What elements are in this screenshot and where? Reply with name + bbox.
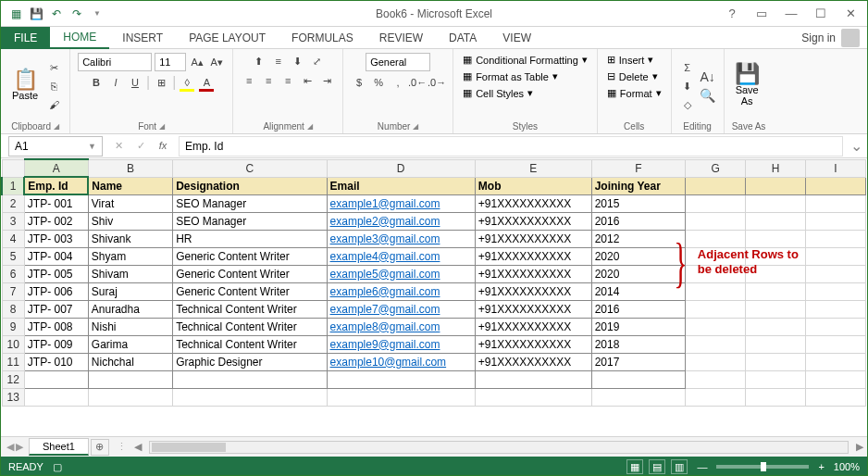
horizontal-scrollbar[interactable] xyxy=(149,441,849,454)
cell[interactable] xyxy=(806,212,866,230)
orientation-icon[interactable]: ⤢ xyxy=(309,53,326,69)
customize-qat-icon[interactable]: ▼ xyxy=(90,6,105,21)
cell-E7[interactable]: +91XXXXXXXXXX xyxy=(475,282,591,300)
row-header-11[interactable]: 11 xyxy=(2,353,24,370)
cell-F2[interactable]: 2015 xyxy=(591,194,685,212)
increase-indent-icon[interactable]: ⇥ xyxy=(318,72,335,89)
cell[interactable] xyxy=(746,194,806,212)
tab-insert[interactable]: INSERT xyxy=(109,27,176,49)
email-link[interactable]: example1@gmail.com xyxy=(330,197,440,210)
cell-B1[interactable]: Name xyxy=(88,177,172,194)
row-header-8[interactable]: 8 xyxy=(2,300,24,318)
cell[interactable] xyxy=(746,212,806,230)
fill-icon[interactable]: ⬇ xyxy=(679,78,696,94)
cell[interactable] xyxy=(806,230,866,247)
cell-C2[interactable]: SEO Manager xyxy=(173,194,327,212)
row-header-13[interactable]: 13 xyxy=(2,388,24,406)
cell-D7[interactable]: example6@gmail.com xyxy=(327,282,475,300)
row-header-9[interactable]: 9 xyxy=(2,318,24,335)
cell[interactable] xyxy=(806,194,866,212)
email-link[interactable]: example9@gmail.com xyxy=(330,338,440,351)
col-header-H[interactable]: H xyxy=(746,159,806,177)
cell-D10[interactable]: example9@gmail.com xyxy=(327,335,475,353)
percent-format-icon[interactable]: % xyxy=(370,74,387,91)
tab-review[interactable]: REVIEW xyxy=(366,27,436,49)
cell[interactable] xyxy=(806,318,866,335)
number-launcher-icon[interactable]: ◢ xyxy=(413,122,418,131)
col-header-C[interactable]: C xyxy=(173,159,327,177)
help-icon[interactable]: ? xyxy=(723,6,741,20)
cell-D1[interactable]: Email xyxy=(327,177,475,194)
insert-cells-button[interactable]: ⊞Insert ▾ xyxy=(605,53,656,67)
email-link[interactable]: example5@gmail.com xyxy=(330,268,440,281)
cell-E11[interactable]: +91XXXXXXXXXX xyxy=(475,353,591,370)
email-link[interactable]: example8@gmail.com xyxy=(330,320,440,333)
cell-E8[interactable]: +91XXXXXXXXXX xyxy=(475,300,591,318)
align-bottom-icon[interactable]: ⬇ xyxy=(290,53,306,69)
cell[interactable] xyxy=(327,388,475,406)
cell-C3[interactable]: SEO Manager xyxy=(173,212,327,230)
cell-B7[interactable]: Suraj xyxy=(88,282,172,300)
cell[interactable] xyxy=(746,353,806,370)
accounting-format-icon[interactable]: $ xyxy=(351,74,367,91)
undo-icon[interactable]: ↶ xyxy=(49,6,64,21)
cell[interactable] xyxy=(88,370,172,388)
cell[interactable] xyxy=(806,335,866,353)
decrease-indent-icon[interactable]: ⇤ xyxy=(299,72,316,89)
tab-page-layout[interactable]: PAGE LAYOUT xyxy=(176,27,279,49)
cell-C11[interactable]: Graphic Designer xyxy=(173,353,327,370)
font-launcher-icon[interactable]: ◢ xyxy=(159,122,165,131)
alignment-launcher-icon[interactable]: ◢ xyxy=(307,122,313,131)
cell[interactable] xyxy=(327,370,475,388)
cell-A2[interactable]: JTP- 001 xyxy=(24,194,88,212)
hscroll-left-icon[interactable]: ◀ xyxy=(134,441,142,453)
row-header-7[interactable]: 7 xyxy=(2,282,24,300)
insert-function-icon[interactable]: fx xyxy=(155,140,171,152)
tab-splitter[interactable]: ⋮ xyxy=(109,441,134,453)
cell-B3[interactable]: Shiv xyxy=(88,212,172,230)
border-button[interactable]: ⊞ xyxy=(153,74,169,91)
cell-B9[interactable]: Nishi xyxy=(88,318,172,335)
cell-A5[interactable]: JTP- 004 xyxy=(24,247,88,265)
format-as-table-button[interactable]: ▦Format as Table ▾ xyxy=(461,69,560,83)
cell-C5[interactable]: Generic Content Writer xyxy=(173,247,327,265)
tab-data[interactable]: DATA xyxy=(436,27,490,49)
cell[interactable] xyxy=(686,194,746,212)
cell[interactable] xyxy=(24,388,88,406)
email-link[interactable]: example10@gmail.com xyxy=(330,356,447,369)
cancel-formula-icon[interactable]: ✕ xyxy=(110,140,127,152)
tab-formulas[interactable]: FORMULAS xyxy=(279,27,366,49)
tab-nav-next-icon[interactable]: ▶ xyxy=(16,441,23,453)
row-header-12[interactable]: 12 xyxy=(2,370,24,388)
email-link[interactable]: example4@gmail.com xyxy=(330,250,440,263)
cell[interactable] xyxy=(686,370,746,388)
normal-view-icon[interactable]: ▦ xyxy=(626,459,643,474)
increase-decimal-icon[interactable]: .0← xyxy=(409,74,426,91)
font-color-button[interactable]: A xyxy=(198,74,215,91)
cell-F8[interactable]: 2016 xyxy=(591,300,685,318)
font-size-select[interactable] xyxy=(155,53,186,71)
redo-icon[interactable]: ↷ xyxy=(69,6,84,21)
row-header-2[interactable]: 2 xyxy=(2,194,24,212)
cell[interactable] xyxy=(806,370,866,388)
cell-C10[interactable]: Technical Content Writer xyxy=(173,335,327,353)
formula-input[interactable] xyxy=(179,136,843,157)
cell-E10[interactable]: +91XXXXXXXXXX xyxy=(475,335,591,353)
row-header-5[interactable]: 5 xyxy=(2,247,24,265)
name-box[interactable]: A1▼ xyxy=(8,136,103,157)
cell[interactable] xyxy=(806,247,866,265)
autosum-icon[interactable]: Σ xyxy=(679,59,696,76)
add-sheet-button[interactable]: ⊕ xyxy=(91,439,109,456)
cell-D11[interactable]: example10@gmail.com xyxy=(327,353,475,370)
cell-B2[interactable]: Virat xyxy=(88,194,172,212)
paste-button[interactable]: 📋 Paste xyxy=(8,69,42,103)
hscroll-thumb[interactable] xyxy=(152,443,226,452)
cell[interactable] xyxy=(806,388,866,406)
clear-icon[interactable]: ◇ xyxy=(679,96,696,113)
cell-A1[interactable]: Emp. Id xyxy=(24,177,88,194)
cell-B8[interactable]: Anuradha xyxy=(88,300,172,318)
sort-filter-icon[interactable]: A↓ xyxy=(700,69,716,85)
cell[interactable] xyxy=(686,318,746,335)
cell-E4[interactable]: +91XXXXXXXXXX xyxy=(475,230,591,247)
align-center-icon[interactable]: ≡ xyxy=(260,72,277,89)
